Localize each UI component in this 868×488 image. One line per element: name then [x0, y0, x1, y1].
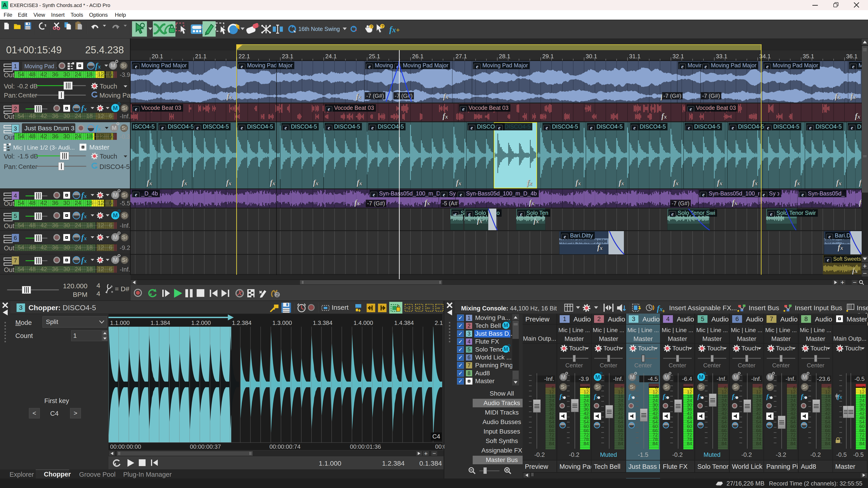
svg-text:2: 2 — [276, 292, 279, 297]
